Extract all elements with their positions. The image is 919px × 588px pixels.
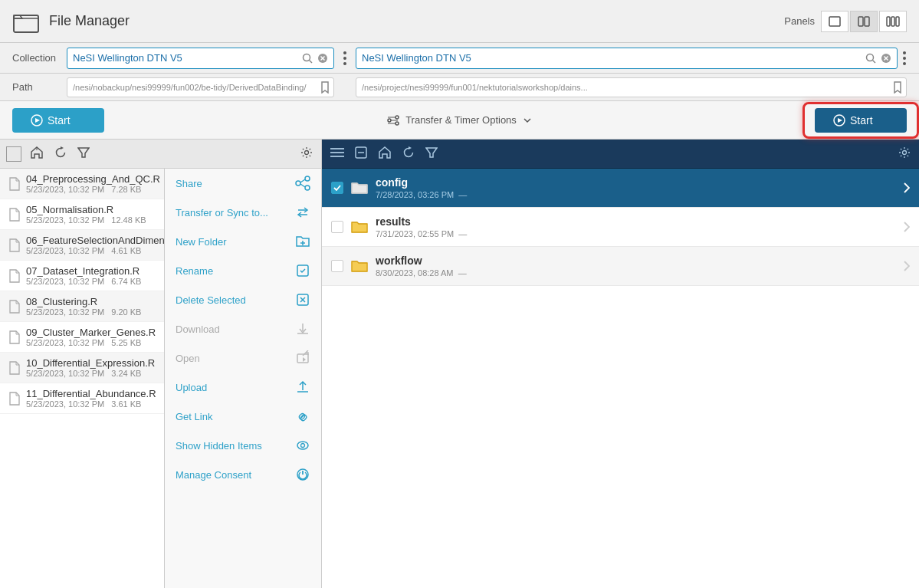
more-options-icon[interactable]	[343, 51, 347, 66]
folder-info-config: config 7/28/2023, 03:26 PM —	[376, 176, 902, 199]
left-collection-input[interactable]	[67, 48, 334, 69]
panel-separator-1[interactable]	[334, 51, 356, 66]
upload-icon	[295, 379, 310, 395]
link-icon	[295, 409, 310, 424]
ctx-share[interactable]: Share	[165, 169, 321, 198]
triple-panel-icon	[886, 16, 900, 27]
clear-icon-right[interactable]	[881, 53, 891, 64]
start-button-left[interactable]: Start	[12, 108, 104, 133]
ctx-get-link[interactable]: Get Link	[165, 402, 321, 431]
ctx-upload[interactable]: Upload	[165, 373, 321, 402]
transfer-bar: Start Transfer & Timer Options Start	[0, 101, 919, 140]
download-icon	[295, 321, 310, 337]
svg-line-38	[300, 179, 305, 182]
chevron-icon-config	[902, 182, 910, 194]
search-icon-left[interactable]	[302, 53, 313, 64]
start-button-right[interactable]: Start	[815, 108, 907, 133]
folder-meta-config: 7/28/2023, 03:26 PM —	[376, 190, 902, 199]
ctx-upload-label: Upload	[176, 382, 207, 393]
more-options-icon-right[interactable]	[902, 51, 907, 66]
start-right-wrapper: Start	[815, 108, 907, 133]
left-path-input-wrapper: /nesi/nobackup/nesi99999/fun002/be-tidy/…	[67, 77, 334, 97]
menu-btn-right[interactable]	[328, 145, 346, 163]
svg-rect-5	[891, 17, 894, 26]
refresh-icon-right	[402, 146, 415, 159]
checkbox-all-btn[interactable]	[6, 146, 21, 162]
folder-item-results[interactable]: results 7/31/2023, 02:55 PM —	[322, 208, 919, 247]
filter-btn-right[interactable]	[423, 144, 440, 163]
right-collection-input[interactable]	[356, 48, 898, 69]
filter-icon-left	[77, 146, 90, 159]
start-label-right: Start	[850, 114, 873, 126]
svg-point-37	[305, 186, 310, 190]
settings-btn-left[interactable]	[298, 144, 315, 163]
ctx-show-hidden-label: Show Hidden Items	[176, 440, 262, 452]
file-icon	[9, 208, 20, 222]
clear-icon-left[interactable]	[317, 53, 328, 64]
filter-btn-left[interactable]	[75, 144, 92, 163]
minus-btn-right[interactable]	[353, 144, 369, 163]
svg-marker-24	[35, 118, 40, 123]
left-collection-area: Collection NeSI Wellington DTN V5	[12, 48, 334, 69]
right-path-input[interactable]	[356, 77, 907, 97]
eye-icon	[295, 438, 310, 453]
svg-point-7	[304, 54, 310, 61]
file-icon	[9, 361, 20, 375]
refresh-btn-right[interactable]	[400, 144, 417, 163]
ctx-transfer-sync[interactable]: Transfer or Sync to...	[165, 198, 321, 227]
panel-buttons	[821, 11, 907, 32]
dual-panel-btn[interactable]	[850, 11, 878, 32]
svg-marker-56	[426, 148, 437, 157]
settings-btn-right[interactable]	[896, 144, 913, 163]
check-icon	[333, 185, 341, 191]
bookmark-icon-right[interactable]	[893, 81, 902, 94]
folder-meta-results: 7/31/2023, 02:55 PM —	[376, 229, 902, 238]
refresh-icon-left	[54, 146, 67, 159]
svg-point-57	[903, 151, 907, 155]
options-icon	[387, 114, 399, 126]
path-label: Path	[12, 81, 62, 93]
single-panel-icon	[829, 16, 841, 27]
open-icon	[295, 350, 310, 366]
path-row: Path /nesi/nobackup/nesi99999/fun002/be-…	[0, 74, 919, 101]
svg-rect-2	[858, 17, 863, 26]
up-dir-btn-right[interactable]	[376, 144, 394, 163]
ctx-rename[interactable]: Rename	[165, 256, 321, 285]
folder-checkbox-workflow[interactable]	[331, 260, 343, 272]
ctx-new-folder[interactable]: New Folder	[165, 227, 321, 256]
gear-icon-left	[300, 146, 313, 159]
svg-point-34	[305, 151, 309, 155]
rename-icon	[295, 263, 310, 278]
svg-point-25	[388, 119, 391, 122]
ctx-delete[interactable]: Delete Selected	[165, 285, 321, 314]
svg-point-27	[395, 122, 399, 125]
folder-item-config[interactable]: config 7/28/2023, 03:26 PM —	[322, 169, 919, 208]
ctx-manage-consent[interactable]: Manage Consent	[165, 460, 321, 489]
transfer-options[interactable]: Transfer & Timer Options	[104, 114, 815, 126]
left-path-input[interactable]	[67, 77, 334, 97]
dual-panel-icon	[858, 16, 870, 27]
ctx-get-link-label: Get Link	[176, 411, 212, 422]
folder-meta-workflow: 8/30/2023, 08:28 AM —	[376, 268, 902, 278]
folder-item-workflow[interactable]: workflow 8/30/2023, 08:28 AM —	[322, 247, 919, 286]
ctx-download[interactable]: Download	[165, 314, 321, 343]
single-panel-btn[interactable]	[821, 11, 848, 32]
refresh-btn-left[interactable]	[52, 144, 69, 163]
folder-checkbox-config[interactable]	[331, 182, 343, 194]
start-icon-left	[31, 114, 43, 126]
ctx-show-hidden[interactable]: Show Hidden Items	[165, 431, 321, 460]
svg-point-22	[903, 62, 906, 65]
search-icon-right[interactable]	[865, 53, 876, 64]
filter-icon-right	[425, 146, 438, 159]
context-menu: Share Transfer or Sync to... New Folder …	[164, 169, 321, 588]
panels-label: Panels	[784, 15, 815, 27]
up-dir-btn-left[interactable]	[28, 144, 46, 164]
svg-marker-32	[838, 118, 842, 123]
bookmark-icon-left[interactable]	[320, 81, 330, 94]
ctx-open[interactable]: Open	[165, 343, 321, 373]
svg-point-13	[343, 57, 346, 60]
svg-line-8	[310, 60, 313, 63]
triple-panel-btn[interactable]	[879, 11, 907, 32]
folder-checkbox-results[interactable]	[331, 221, 343, 233]
svg-rect-1	[829, 17, 840, 26]
